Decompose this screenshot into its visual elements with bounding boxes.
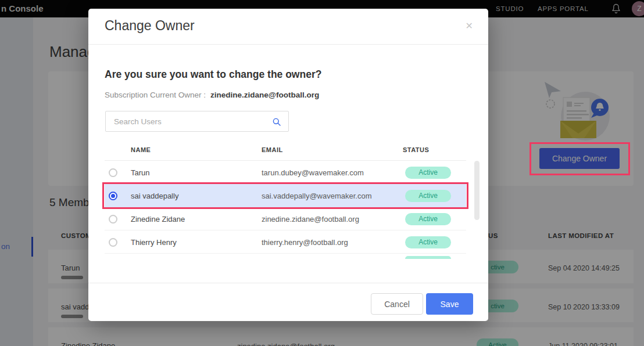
modal-header: Change Owner ✕: [88, 9, 488, 45]
user-email: zinedine.zidane@football.org: [262, 215, 359, 224]
user-row[interactable]: Thierry Henry thierry.henry@football.org…: [105, 230, 466, 254]
user-email: sai.vaddepally@wavemaker.com: [262, 192, 372, 200]
change-owner-annotation-box: [529, 142, 630, 175]
radio-selected[interactable]: [109, 192, 117, 200]
radio-unselected[interactable]: [109, 168, 117, 177]
confirm-question: Are you sure you want to change the owne…: [105, 69, 321, 81]
user-row[interactable]: Zinedine Zidane zinedine.zidane@football…: [105, 207, 466, 230]
change-owner-modal: Change Owner ✕ Are you sure you want to …: [88, 9, 488, 321]
search-icon[interactable]: [272, 117, 281, 127]
cancel-button[interactable]: Cancel: [371, 293, 423, 315]
search-box: [105, 111, 289, 132]
users-scrollbar-thumb[interactable]: [474, 161, 480, 220]
radio-unselected[interactable]: [109, 238, 117, 247]
user-name: Zinedine Zidane: [131, 215, 185, 224]
current-owner-label: Subscription Current Owner :: [105, 91, 206, 99]
user-status-badge: Active: [405, 190, 451, 202]
modal-footer: Cancel Save: [88, 283, 488, 321]
user-status-badge: Active: [405, 213, 451, 225]
user-row[interactable]: Tarun tarun.dubey@wavemaker.com Active: [105, 161, 466, 184]
user-name: sai vaddepally: [131, 192, 178, 200]
close-icon[interactable]: ✕: [466, 20, 473, 31]
radio-unselected[interactable]: [109, 215, 117, 224]
user-name: Thierry Henry: [131, 238, 177, 247]
user-email: tarun.dubey@wavemaker.com: [262, 168, 364, 177]
user-email: thierry.henry@football.org: [262, 238, 348, 247]
save-button[interactable]: Save: [426, 293, 473, 315]
screen: n Console STUDIO APPS PORTAL Z on Manag: [0, 0, 644, 346]
search-users-input[interactable]: [106, 111, 288, 131]
user-status-badge: Active: [405, 236, 451, 248]
users-table-header: NAME EMAIL STATUS: [105, 139, 466, 161]
user-status-badge: Active: [405, 167, 451, 179]
col-header-status: STATUS: [403, 146, 429, 153]
user-row-selected[interactable]: sai vaddepally sai.vaddepally@wavemaker.…: [105, 184, 466, 207]
current-owner-email: zinedine.zidane@football.org: [210, 91, 319, 99]
col-header-name: NAME: [131, 146, 151, 153]
partial-next-row-badge: [405, 256, 451, 259]
current-owner-line: Subscription Current Owner :zinedine.zid…: [105, 91, 319, 99]
user-name: Tarun: [131, 168, 150, 177]
col-header-email: EMAIL: [262, 146, 283, 153]
modal-title: Change Owner: [105, 18, 195, 34]
